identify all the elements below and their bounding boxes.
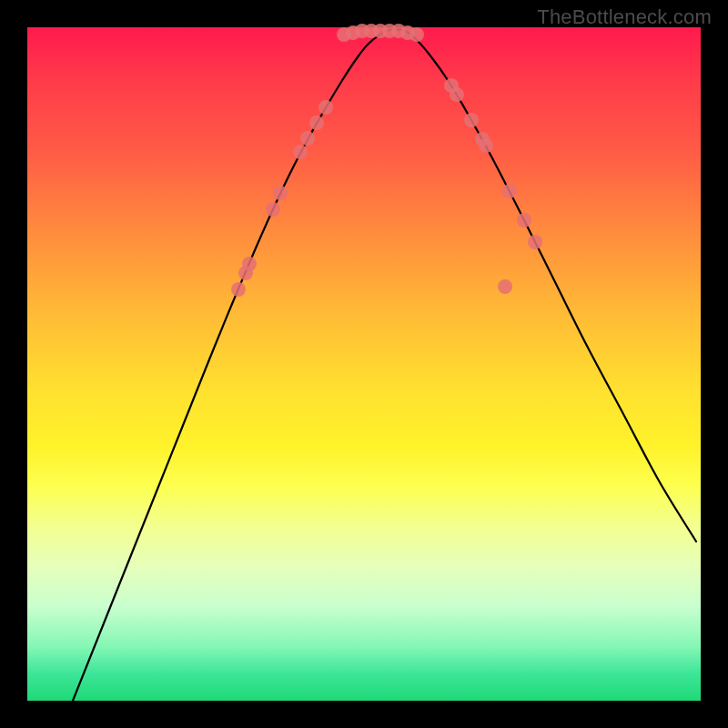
curve-markers — [231, 24, 542, 297]
curve-marker — [498, 279, 512, 294]
watermark-text: TheBottleneck.com — [537, 5, 712, 29]
curve-marker — [242, 257, 257, 271]
curve-marker — [479, 138, 493, 153]
curve-marker — [318, 100, 333, 115]
curve-marker — [410, 27, 424, 42]
curve-marker — [517, 213, 531, 228]
curve-marker — [309, 116, 324, 130]
chart-frame: TheBottleneck.com — [0, 0, 728, 728]
curve-marker — [464, 113, 479, 127]
curve-svg — [27, 27, 701, 701]
curve-marker — [502, 184, 517, 198]
curve-marker — [266, 202, 280, 217]
curve-marker — [528, 235, 542, 249]
plot-area — [27, 27, 701, 701]
curve-marker — [293, 145, 308, 159]
curve-marker — [273, 186, 288, 200]
curve-marker — [300, 131, 315, 146]
bottleneck-curve — [73, 29, 696, 701]
curve-marker — [231, 282, 246, 297]
curve-marker — [450, 87, 464, 102]
